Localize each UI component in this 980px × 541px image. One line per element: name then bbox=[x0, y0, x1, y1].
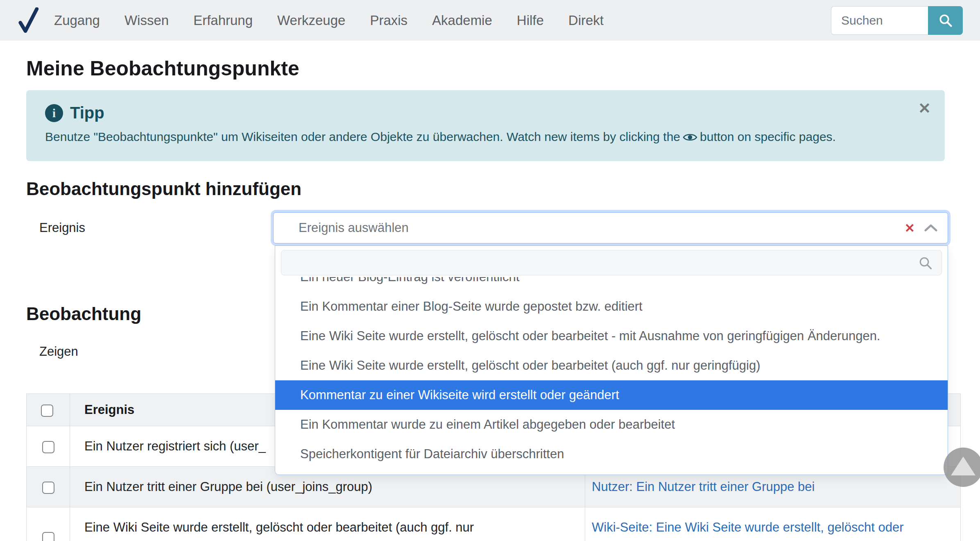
dropdown-option-blog-entry[interactable]: Ein neuer Blog-Eintrag ist veröffentlich… bbox=[275, 277, 948, 292]
tip-text-after: button on specific pages. bbox=[700, 130, 836, 143]
scroll-to-top-button[interactable] bbox=[944, 448, 980, 487]
tip-title: Tipp bbox=[70, 104, 104, 122]
nav-item-wissen[interactable]: Wissen bbox=[124, 13, 169, 28]
dropdown-option-list: Ein neuer Blog-Eintrag ist veröffentlich… bbox=[275, 277, 948, 466]
dropdown-option-wiki-major[interactable]: Eine Wiki Seite wurde erstellt, gelöscht… bbox=[275, 321, 948, 351]
dropdown-search-wrap bbox=[281, 250, 942, 275]
main-content: Meine Beobachtungspunkte i Tipp Benutze … bbox=[0, 56, 980, 541]
dropdown-option-storage-quota[interactable]: Speicherkontigent für Dateiarchiv übersc… bbox=[275, 439, 948, 466]
search-icon bbox=[918, 256, 933, 270]
event-select[interactable]: Ereignis auswählen ✕ bbox=[273, 212, 948, 243]
object-link[interactable]: Wiki-Seite: Eine Wiki Seite wurde erstel… bbox=[592, 518, 952, 537]
nav-item-zugang[interactable]: Zugang bbox=[54, 13, 100, 28]
event-form-row: Ereignis Ereignis auswählen ✕ Ein neuer … bbox=[26, 212, 980, 243]
nav-item-akademie[interactable]: Akademie bbox=[432, 13, 492, 28]
eye-icon bbox=[683, 132, 697, 143]
nav-item-werkzeuge[interactable]: Werkzeuge bbox=[277, 13, 345, 28]
main-menu: Zugang Wissen Erfahrung Werkzeuge Praxis… bbox=[54, 13, 604, 28]
tip-text: Benutze "Beobachtungspunkte" um Wikiseit… bbox=[45, 129, 926, 145]
object-link[interactable]: bearbeitet (auch ggf. nur geringfügig) bbox=[592, 537, 952, 541]
dropdown-option-blog-comment[interactable]: Ein Kommentar einer Blog-Seite wurde gep… bbox=[275, 292, 948, 321]
event-dropdown-panel: Ein neuer Blog-Eintrag ist veröffentlich… bbox=[275, 245, 948, 475]
tip-message-box: i Tipp Benutze "Beobachtungspunkte" um W… bbox=[26, 90, 945, 161]
select-all-checkbox[interactable] bbox=[41, 405, 53, 417]
tip-text-before: Benutze "Beobachtungspunkte" um Wikiseit… bbox=[45, 130, 680, 143]
nav-item-praxis[interactable]: Praxis bbox=[370, 13, 407, 28]
dropdown-option-wiki-any[interactable]: Eine Wiki Seite wurde erstellt, gelöscht… bbox=[275, 351, 948, 380]
search-icon bbox=[938, 13, 953, 28]
row-checkbox[interactable] bbox=[42, 482, 54, 494]
table-row: Eine Wiki Seite wurde erstellt, gelöscht… bbox=[27, 507, 961, 541]
triangle-up-icon bbox=[951, 457, 975, 475]
event-select-placeholder: Ereignis auswählen bbox=[299, 220, 905, 235]
event-label: Ereignis bbox=[39, 220, 85, 235]
tip-header: i Tipp bbox=[45, 104, 926, 122]
row-checkbox[interactable] bbox=[42, 441, 54, 453]
top-navbar: Zugang Wissen Erfahrung Werkzeuge Praxis… bbox=[0, 0, 980, 41]
object-link[interactable]: Nutzer: Ein Nutzer tritt einer Gruppe be… bbox=[592, 477, 952, 497]
row-checkbox[interactable] bbox=[42, 532, 54, 541]
chevron-up-icon[interactable] bbox=[924, 223, 938, 233]
checkmark-logo-icon[interactable] bbox=[17, 7, 41, 34]
info-icon: i bbox=[45, 104, 63, 122]
event-text: geringfügig) (wiki_page_changed) bbox=[84, 537, 577, 541]
dropdown-option-article-comment[interactable]: Ein Kommentar wurde zu einem Artikel abg… bbox=[275, 410, 948, 439]
nav-item-hilfe[interactable]: Hilfe bbox=[517, 13, 544, 28]
add-watchpoint-title: Beobachtungspunkt hinzufügen bbox=[26, 178, 980, 200]
page-title: Meine Beobachtungspunkte bbox=[26, 56, 980, 81]
global-search bbox=[831, 6, 963, 35]
search-button[interactable] bbox=[928, 6, 963, 35]
close-icon[interactable]: ✕ bbox=[918, 101, 931, 116]
dropdown-option-wiki-comment[interactable]: Kommentar zu einer Wikiseite wird erstel… bbox=[275, 380, 948, 410]
dropdown-search-input[interactable] bbox=[281, 250, 942, 275]
clear-selection-icon[interactable]: ✕ bbox=[905, 221, 915, 235]
search-input[interactable] bbox=[831, 6, 928, 35]
nav-item-erfahrung[interactable]: Erfahrung bbox=[193, 13, 253, 28]
nav-item-direkt[interactable]: Direkt bbox=[568, 13, 604, 28]
event-text: Eine Wiki Seite wurde erstellt, gelöscht… bbox=[84, 518, 577, 537]
event-text: Ein Nutzer tritt einer Gruppe bei (user_… bbox=[84, 477, 577, 497]
